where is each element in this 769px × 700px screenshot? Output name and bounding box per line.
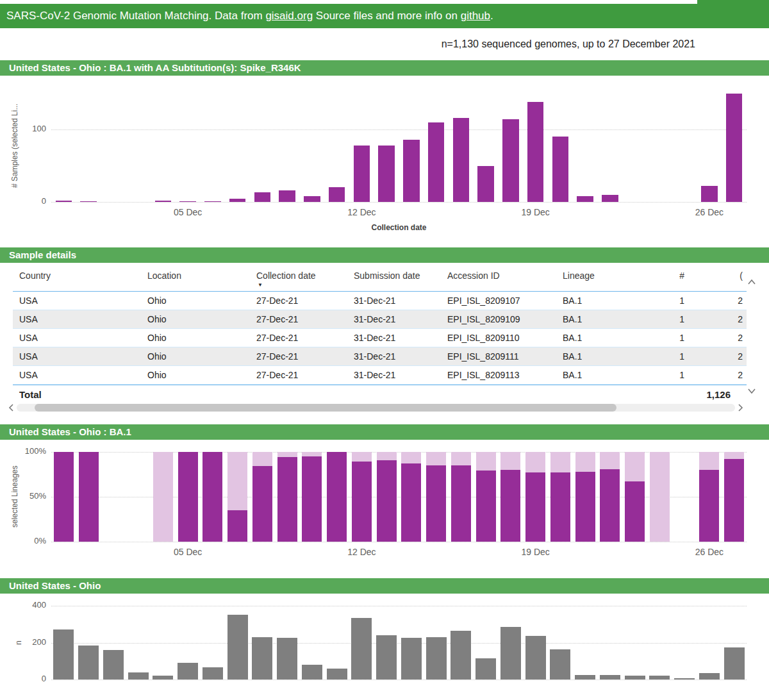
bar[interactable] [502,119,519,202]
bar[interactable] [56,201,72,202]
scrollbar-thumb[interactable] [35,404,616,412]
bar[interactable] [155,201,172,202]
bar[interactable] [575,675,595,679]
bar-other[interactable] [699,452,719,470]
bar-other[interactable] [302,452,322,456]
bar[interactable] [401,638,422,679]
column-header-lineage[interactable]: Lineage [563,268,641,291]
bar[interactable] [451,631,471,679]
bar[interactable] [602,195,618,202]
bar-selected[interactable] [724,459,744,542]
bar[interactable] [378,146,395,202]
bar[interactable] [354,146,370,202]
bar-selected[interactable] [79,452,99,542]
bar-other[interactable] [451,452,471,465]
bar[interactable] [304,196,320,202]
bar[interactable] [701,186,718,202]
column-header-location[interactable]: Location [147,268,256,291]
table-row[interactable]: USAOhio27-Dec-2131-Dec-21EPI_ISL_8209111… [13,347,747,366]
bar[interactable] [277,638,297,679]
bar[interactable] [153,676,173,679]
bar[interactable] [426,637,447,679]
table-row[interactable]: USAOhio27-Dec-2131-Dec-21EPI_ISL_8209110… [13,329,747,347]
bar-selected[interactable] [500,470,520,542]
bar[interactable] [279,190,295,202]
bar[interactable] [428,122,445,202]
bar[interactable] [80,201,97,202]
gisaid-link[interactable]: gisaid.org [265,10,313,22]
bar-selected[interactable] [699,470,719,542]
table-row[interactable]: USAOhio27-Dec-2131-Dec-21EPI_ISL_8209109… [13,310,747,329]
bar[interactable] [329,187,345,202]
bar-other[interactable] [625,452,645,481]
bar[interactable] [178,663,198,679]
bar[interactable] [78,646,99,679]
bar-other[interactable] [550,452,570,472]
bar-selected[interactable] [203,452,222,542]
bar[interactable] [500,627,521,679]
bar[interactable] [699,673,720,679]
bar-selected[interactable] [575,472,595,542]
bar[interactable] [550,649,570,679]
bar-other[interactable] [401,452,421,463]
scrollbar-track[interactable] [17,404,735,412]
bar-other[interactable] [724,452,744,459]
bar[interactable] [577,196,593,202]
bar[interactable] [674,678,695,679]
bar-selected[interactable] [54,452,74,542]
bar-selected[interactable] [401,463,421,542]
bar-other[interactable] [575,452,595,472]
column-header-col[interactable]: ( [684,268,747,291]
bar[interactable] [227,615,248,679]
bar[interactable] [252,637,272,679]
table-row[interactable]: USAOhio27-Dec-2131-Dec-21EPI_ISL_8209113… [13,366,747,385]
bar[interactable] [103,650,124,679]
bar[interactable] [204,201,221,202]
column-header-accession-id[interactable]: Accession ID [447,268,563,291]
bar[interactable] [351,618,372,679]
bar-selected[interactable] [550,472,570,542]
bar[interactable] [403,140,420,202]
bar[interactable] [376,635,397,679]
bar[interactable] [327,669,347,679]
scroll-left-icon[interactable] [5,403,17,412]
bar-selected[interactable] [377,460,397,542]
bar[interactable] [477,166,494,202]
bar-other[interactable] [426,452,446,465]
bar-selected[interactable] [302,456,322,542]
bar-other[interactable] [352,452,372,462]
column-header-collection-date[interactable]: Collection date▼ [256,268,354,291]
bar-selected[interactable] [625,481,645,542]
bar-other[interactable] [500,452,520,470]
scroll-up-icon[interactable] [747,277,759,286]
bar-selected[interactable] [352,462,372,542]
table-row[interactable]: USAOhio27-Dec-2131-Dec-21EPI_ISL_8209107… [13,292,747,310]
bar-selected[interactable] [451,465,471,542]
bar[interactable] [229,199,246,202]
bar-other[interactable] [252,452,272,466]
bar[interactable] [625,676,645,679]
bar[interactable] [203,667,223,679]
bar-selected[interactable] [327,452,347,542]
bar-other[interactable] [153,452,173,542]
bar[interactable] [128,672,149,680]
bar[interactable] [53,629,74,679]
bar-other[interactable] [277,452,297,457]
bar-selected[interactable] [252,466,272,542]
bar-other[interactable] [227,452,247,510]
bar-selected[interactable] [600,469,620,542]
bar-other[interactable] [650,452,670,542]
github-link[interactable]: github [461,10,490,22]
bar[interactable] [179,201,196,202]
bar[interactable] [726,94,743,202]
bar-selected[interactable] [227,510,247,542]
scroll-right-icon[interactable] [735,403,747,412]
bar-other[interactable] [525,452,545,472]
bar[interactable] [302,665,322,679]
bar[interactable] [254,192,271,202]
horizontal-scrollbar[interactable] [5,403,747,413]
bar-other[interactable] [377,452,397,460]
bar[interactable] [600,675,620,679]
column-header-submission-date[interactable]: Submission date [354,268,447,291]
bar[interactable] [475,658,496,679]
